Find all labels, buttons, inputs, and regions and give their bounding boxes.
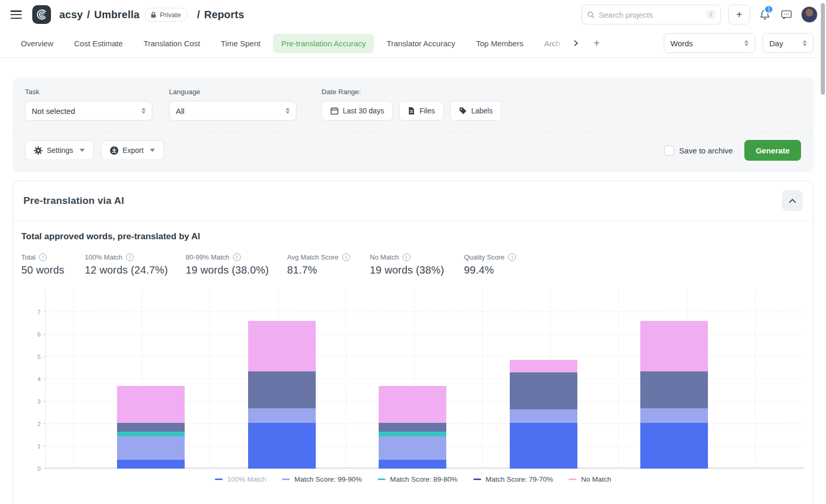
messages-button[interactable] xyxy=(779,7,794,22)
bar-5[interactable] xyxy=(640,321,708,469)
bar-segment-100-match[interactable] xyxy=(117,460,185,469)
stat-no-match: No Matchi19 words (38%) xyxy=(370,253,464,276)
language-select[interactable]: All xyxy=(169,101,296,121)
app-logo[interactable] xyxy=(32,5,51,24)
bar-segment-match-score-89-80-[interactable] xyxy=(117,432,185,436)
y-tick-mark xyxy=(43,401,46,402)
file-icon xyxy=(408,107,415,115)
search-projects-box[interactable]: / xyxy=(582,5,721,24)
bar-segment-match-score-79-70-[interactable] xyxy=(379,423,446,432)
save-to-archive-option[interactable]: Save to archive xyxy=(664,146,733,156)
bar-1[interactable] xyxy=(117,386,185,469)
legend-item-no-match[interactable]: No Match xyxy=(569,475,611,483)
bar-segment-match-score-79-70-[interactable] xyxy=(640,371,708,408)
stat-label: Quality Score xyxy=(464,253,505,261)
gridline xyxy=(618,290,619,469)
collapse-card-button[interactable] xyxy=(782,190,803,211)
bar-segment-100-match[interactable] xyxy=(510,423,577,469)
breadcrumb-org[interactable]: acsy xyxy=(59,9,83,21)
search-input[interactable] xyxy=(599,10,702,19)
info-icon[interactable]: i xyxy=(508,253,516,261)
legend-item-match-score-89-80-[interactable]: Match Score: 89-80% xyxy=(378,475,458,483)
task-filter-label: Task xyxy=(25,88,152,96)
scrollbar-thumb[interactable] xyxy=(821,3,825,95)
stat-value: 19 words (38%) xyxy=(370,264,464,276)
bar-2[interactable] xyxy=(248,321,316,469)
tab-translator-accuracy[interactable]: Translator Accuracy xyxy=(378,34,463,53)
period-select-value: Day xyxy=(769,39,797,48)
tab-cost-estimate[interactable]: Cost Estimate xyxy=(66,34,131,53)
bar-segment-match-score-79-70-[interactable] xyxy=(117,423,185,432)
task-select[interactable]: Not selected xyxy=(25,101,152,121)
y-tick-mark xyxy=(43,312,46,312)
legend-label: No Match xyxy=(581,475,611,483)
breadcrumb-project[interactable]: Umbrella xyxy=(94,9,139,21)
info-icon[interactable]: i xyxy=(126,253,134,261)
date-range-button[interactable]: Last 30 days xyxy=(321,101,393,121)
bar-segment-no-match[interactable] xyxy=(379,386,446,423)
labels-filter-button[interactable]: Labels xyxy=(450,101,501,121)
create-project-button[interactable]: + xyxy=(728,5,750,24)
generate-button[interactable]: Generate xyxy=(744,140,801,161)
stat-value: 19 words (38.0%) xyxy=(186,264,287,276)
chat-icon xyxy=(781,9,792,20)
bar-segment-no-match[interactable] xyxy=(640,321,708,371)
period-select[interactable]: Day xyxy=(763,33,814,53)
tab-overview[interactable]: Overview xyxy=(12,34,62,53)
y-tick-label: 2 xyxy=(37,421,41,427)
bar-4[interactable] xyxy=(510,360,577,469)
export-dropdown-button[interactable]: Export xyxy=(101,140,164,160)
legend-item-100-match[interactable]: 100% Match xyxy=(215,475,266,483)
user-avatar[interactable] xyxy=(801,6,818,23)
bar-segment-match-score-99-90-[interactable] xyxy=(510,409,577,423)
bar-segment-100-match[interactable] xyxy=(379,460,446,469)
chevron-right-icon xyxy=(572,40,579,47)
hamburger-menu-icon[interactable] xyxy=(10,10,22,19)
legend-label: Match Score: 89-80% xyxy=(390,475,458,483)
unit-select[interactable]: Words xyxy=(664,33,755,53)
stat-avg-match-score: Avg Match Scorei81.7% xyxy=(287,253,370,276)
bar-segment-no-match[interactable] xyxy=(510,360,577,372)
tab-pre-translation-accuracy[interactable]: Pre-translation Accuracy xyxy=(273,34,375,53)
info-icon[interactable]: i xyxy=(403,253,410,261)
report-filters-card: Task Not selected Language All Date Rang… xyxy=(12,77,814,172)
bar-segment-no-match[interactable] xyxy=(117,386,185,423)
bar-segment-match-score-99-90-[interactable] xyxy=(640,408,708,423)
legend-item-match-score-99-90-[interactable]: Match Score: 99-90% xyxy=(282,475,362,483)
stat-100-match: 100% Matchi12 words (24.7%) xyxy=(85,253,186,276)
legend-swatch xyxy=(569,479,576,481)
notifications-button[interactable]: 1 xyxy=(757,7,772,22)
download-icon xyxy=(110,146,119,155)
info-icon[interactable]: i xyxy=(342,253,350,261)
save-to-archive-checkbox[interactable] xyxy=(664,146,674,156)
chart-legend: 100% MatchMatch Score: 99-90%Match Score… xyxy=(21,475,805,483)
bar-segment-match-score-89-80-[interactable] xyxy=(379,432,446,436)
bar-segment-match-score-99-90-[interactable] xyxy=(117,436,185,460)
notification-count-badge: 1 xyxy=(764,5,773,14)
bar-segment-100-match[interactable] xyxy=(640,423,708,469)
tabs-scroll-right-button[interactable] xyxy=(568,34,584,52)
bar-segment-match-score-99-90-[interactable] xyxy=(248,408,316,423)
y-tick-label: 7 xyxy=(37,309,41,315)
files-filter-button[interactable]: Files xyxy=(399,101,444,121)
info-icon[interactable]: i xyxy=(39,253,47,261)
tab-arch[interactable]: Arch xyxy=(536,34,568,53)
tab-translation-cost[interactable]: Translation Cost xyxy=(135,34,209,53)
bar-segment-match-score-79-70-[interactable] xyxy=(510,372,577,409)
tab-time-spent[interactable]: Time Spent xyxy=(213,34,269,53)
tab-top-members[interactable]: Top Members xyxy=(468,34,532,53)
page-scrollbar[interactable] xyxy=(820,0,826,504)
bar-segment-match-score-99-90-[interactable] xyxy=(379,436,446,460)
bar-segment-match-score-79-70-[interactable] xyxy=(248,371,316,408)
legend-label: Match Score: 99-90% xyxy=(294,475,362,483)
date-range-value: Last 30 days xyxy=(343,107,384,115)
add-report-tab-button[interactable]: + xyxy=(588,34,605,52)
unit-select-value: Words xyxy=(670,39,739,48)
stat-label: Total xyxy=(21,253,35,261)
settings-dropdown-button[interactable]: Settings xyxy=(25,140,94,160)
bar-segment-no-match[interactable] xyxy=(248,321,316,371)
legend-item-match-score-79-70-[interactable]: Match Score: 79-70% xyxy=(473,475,553,483)
bar-segment-100-match[interactable] xyxy=(248,423,316,469)
bar-3[interactable] xyxy=(379,386,446,469)
info-icon[interactable]: i xyxy=(233,253,241,261)
